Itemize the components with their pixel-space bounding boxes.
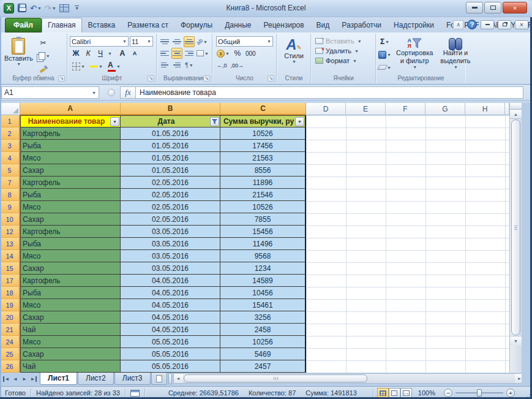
first-sheet-icon[interactable]: ◄ [2,374,10,384]
wrap-text-icon[interactable]: ¶▼ [184,59,195,70]
align-center-icon[interactable] [171,48,182,59]
ribbon-tab-разработчи[interactable]: Разработчи [335,18,388,32]
align-middle-icon[interactable] [171,36,182,47]
cell-sum[interactable]: 5469 [220,348,306,360]
row-header-4[interactable]: 4 [0,152,20,164]
paste-button[interactable]: Вставить ▼ [1,36,36,74]
copy-icon[interactable]: ▼ [36,50,51,61]
cell-sum[interactable]: 21546 [220,189,306,201]
cell-product[interactable]: Мясо [20,336,121,348]
header-cell-date[interactable]: Дата [121,115,220,127]
zoom-out-icon[interactable]: − [444,389,452,397]
cell-product[interactable]: Картофель [20,127,121,140]
workbook-restore-button[interactable] [498,20,511,29]
sort-filter-button[interactable]: АЯ Сортировка и фильтр ▼ [393,36,436,73]
delete-cells-button[interactable]: ×Удалить▼ [315,47,372,55]
cell-date[interactable]: 05.05.2016 [121,360,220,373]
cell-sum[interactable]: 8556 [220,164,306,177]
cell-sum[interactable]: 11896 [220,177,306,189]
row-header-3[interactable]: 3 [0,140,20,152]
page-break-view-icon[interactable] [400,388,412,398]
cell-sum[interactable]: 15456 [220,226,306,238]
cell-product[interactable]: Мясо [20,152,121,164]
cell-product[interactable]: Рыба [20,189,121,201]
vertical-scroll-thumb[interactable] [511,120,520,335]
cell-sum[interactable]: 14589 [220,275,306,287]
format-painter-icon[interactable] [36,63,51,74]
italic-icon[interactable]: К [83,48,94,59]
cell-date[interactable]: 04.05.2016 [121,275,220,287]
cell-date[interactable]: 01.05.2016 [121,140,220,152]
row-header-24[interactable]: 24 [0,336,20,348]
cell-product[interactable]: Картофель [20,177,121,189]
close-button[interactable]: × [503,2,527,13]
cell-product[interactable]: Мясо [20,201,121,213]
find-select-button[interactable]: Найти и выделить ▼ [437,36,473,73]
row-header-21[interactable]: 21 [0,324,20,336]
cell-date[interactable]: 04.05.2016 [121,287,220,299]
scroll-down-icon[interactable]: ▼ [510,336,522,345]
cell-date[interactable]: 01.05.2016 [121,164,220,177]
shrink-font-icon[interactable]: А [129,48,140,59]
cell-sum[interactable]: 2458 [220,324,306,336]
scroll-up-icon[interactable]: ▲ [510,110,522,119]
next-sheet-icon[interactable]: ► [20,374,29,384]
ribbon-tab-файл[interactable]: Файл [5,18,42,32]
cell-sum[interactable]: 10526 [220,201,306,213]
row-header-7[interactable]: 7 [0,177,20,189]
decrease-indent-icon[interactable] [159,59,170,70]
row-header-2[interactable]: 2 [0,127,20,140]
column-header-C[interactable]: C [220,103,306,115]
normal-view-icon[interactable] [377,388,389,398]
format-cells-button[interactable]: Формат▼ [315,57,372,64]
cell-sum[interactable]: 2457 [220,360,306,373]
cell-product[interactable]: Рыба [20,140,121,152]
column-header-G[interactable]: G [425,103,465,115]
row-header-17[interactable]: 17 [0,275,20,287]
name-box-arrow-icon[interactable]: ▼ [92,91,96,95]
filter-dropdown-icon[interactable]: ▼ [295,117,304,126]
column-header-E[interactable]: E [346,103,386,115]
cell-date[interactable]: 04.05.2016 [121,299,220,311]
collapse-ribbon-icon[interactable]: ∧ [453,20,463,29]
row-header-8[interactable]: 8 [0,189,20,201]
vertical-scrollbar[interactable]: ▲ ▼ [509,103,522,373]
formula-bar-splitter[interactable] [108,89,115,96]
formula-input[interactable]: Наименование товара [136,86,523,99]
comma-style-icon[interactable]: 000 [245,48,257,59]
row-header-13[interactable]: 13 [0,238,20,250]
column-header-B[interactable]: B [121,103,220,115]
horizontal-scroll-thumb[interactable] [184,374,367,382]
insert-sheet-button[interactable] [151,373,167,385]
cell-date[interactable]: 03.05.2016 [121,238,220,250]
sheet-tab-лист2[interactable]: Лист2 [78,373,114,385]
align-right-icon[interactable] [184,48,195,59]
page-layout-view-icon[interactable] [389,388,400,398]
number-format-select[interactable]: Общий▼ [216,36,273,47]
underline-icon[interactable]: Ч [95,48,106,59]
row-header-14[interactable]: 14 [0,250,20,262]
styles-button[interactable]: А✎ Стили ▼ [277,36,310,66]
column-header-H[interactable]: H [465,103,505,115]
header-cell-product[interactable]: Наименование товар▼ [20,115,121,127]
row-header-19[interactable]: 19 [0,299,20,311]
row-header-18[interactable]: 18 [0,287,20,299]
row-header-9[interactable]: 9 [0,201,20,213]
cell-product[interactable]: Чай [20,324,121,336]
clear-icon[interactable]: ▼ [378,62,392,73]
font-dialog-launcher[interactable]: ↘ [148,75,154,82]
align-left-icon[interactable] [159,48,170,59]
cell-date[interactable]: 04.05.2016 [121,324,220,336]
zoom-level[interactable]: 100% [412,389,438,397]
increase-decimal-icon[interactable]: ←,0 [216,60,228,71]
filter-dropdown-icon[interactable]: ▼ [110,117,119,126]
orientation-icon[interactable]: ab▼ [196,36,208,47]
cell-product[interactable]: Сахар [20,213,121,226]
borders-icon[interactable]: ▼ [72,61,86,72]
tab-split-handle[interactable] [168,373,172,384]
cell-product[interactable]: Рыба [20,238,121,250]
sheet-tab-лист1[interactable]: Лист1 [40,373,77,385]
cell-product[interactable]: Картофель [20,275,121,287]
row-header-15[interactable]: 15 [0,262,20,275]
font-color-icon[interactable]: А▼ [107,61,121,72]
